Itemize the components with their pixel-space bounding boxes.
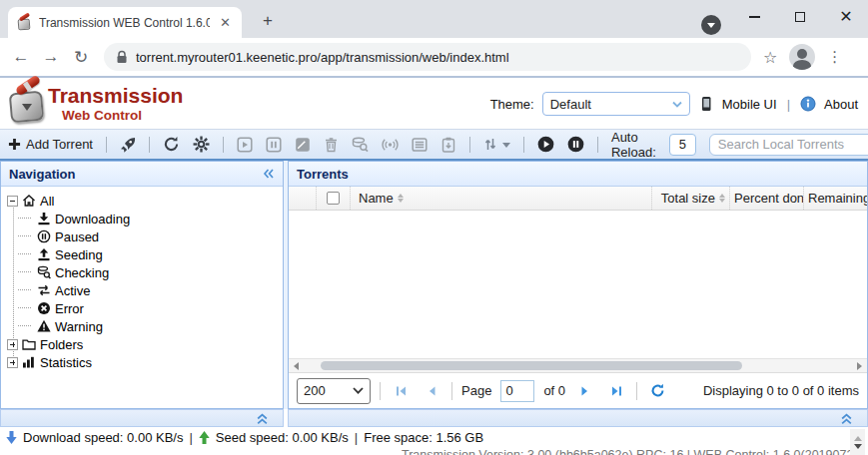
detail-button[interactable]: [412, 137, 428, 153]
expand-expander-icon[interactable]: [7, 339, 18, 350]
collapse-left-icon[interactable]: [262, 168, 275, 180]
window-maximize-button[interactable]: [785, 4, 815, 30]
rocket-button[interactable]: [120, 137, 136, 153]
page-size-select[interactable]: 200: [297, 378, 371, 404]
navigation-title: Navigation: [9, 167, 75, 182]
tree-item-label: All: [40, 194, 54, 209]
scroll-up-icon[interactable]: [854, 436, 862, 441]
arrows-exchange-icon: [37, 283, 51, 297]
remove-torrent-button[interactable]: [324, 137, 339, 153]
clipboard-import-button[interactable]: [440, 137, 456, 153]
theme-select[interactable]: Default: [542, 92, 690, 116]
torrents-title: Torrents: [297, 167, 349, 182]
percent-done-column-header[interactable]: Percent don: [730, 187, 804, 210]
page-label: Page: [461, 383, 491, 398]
recheck-torrent-button[interactable]: [352, 137, 369, 153]
collapse-expander-icon[interactable]: [7, 196, 18, 207]
warning-triangle-icon: [37, 319, 51, 333]
page-number-input[interactable]: [500, 380, 534, 402]
tree-item-downloading[interactable]: Downloading: [5, 210, 283, 228]
reload-torrents-button[interactable]: [163, 136, 180, 153]
folder-icon: [22, 337, 36, 351]
select-all-column-header: [317, 187, 351, 210]
scroll-right-icon[interactable]: [857, 362, 862, 370]
collapsed-panel-left[interactable]: [0, 409, 284, 427]
app-subtitle: Web Control: [62, 108, 142, 123]
mobile-phone-icon: [698, 96, 714, 112]
clipboard-icon: [440, 137, 456, 153]
torrents-panel-header: Torrents: [289, 162, 867, 187]
refresh-page-button[interactable]: [646, 380, 668, 402]
scroll-down-icon[interactable]: [854, 444, 862, 449]
bookmark-star-icon[interactable]: ☆: [763, 48, 777, 67]
play-square-icon: [237, 137, 253, 153]
separator: [451, 382, 452, 400]
tree-item-all[interactable]: All: [5, 192, 283, 210]
torrents-panel: Torrents Name Total size Percent don Rem…: [288, 161, 868, 409]
refresh-icon: [650, 383, 665, 398]
tree-item-statistics[interactable]: Statistics: [5, 353, 283, 371]
url-text: torrent.myrouter01.keenetic.pro/app/tran…: [136, 50, 509, 65]
prev-page-button[interactable]: [421, 380, 442, 402]
announce-button[interactable]: [382, 137, 399, 153]
pause-torrent-button[interactable]: [266, 137, 282, 153]
remaining-time-column-header[interactable]: Remaining ti: [804, 187, 867, 210]
tree-item-paused[interactable]: Paused: [5, 228, 283, 245]
tree-item-seeding[interactable]: Seeding: [5, 245, 283, 263]
status-separator: |: [189, 430, 192, 445]
select-all-checkbox[interactable]: [327, 192, 340, 205]
auto-reload-input[interactable]: [669, 134, 696, 156]
first-page-button[interactable]: [390, 380, 412, 402]
download-indicator-icon[interactable]: [701, 15, 721, 35]
name-column-header[interactable]: Name: [351, 187, 652, 210]
browser-profile-avatar[interactable]: [789, 44, 815, 70]
download-speed-icon: [6, 431, 17, 444]
navigation-panel-header: Navigation: [1, 162, 283, 187]
separator: [469, 137, 470, 153]
edit-torrent-button[interactable]: [295, 137, 311, 153]
pause-all-button[interactable]: [567, 136, 584, 153]
expand-expander-icon[interactable]: [7, 357, 18, 368]
url-bar[interactable]: torrent.myrouter01.keenetic.pro/app/tran…: [104, 43, 751, 71]
new-tab-button[interactable]: +: [256, 9, 280, 33]
add-torrent-button[interactable]: Add Torrent: [8, 137, 93, 152]
scrollbar-thumb[interactable]: [321, 361, 742, 370]
browser-forward-button[interactable]: →: [36, 47, 66, 67]
navigation-tree: All Downloading Paused Seeding Checking …: [1, 187, 283, 371]
gear-icon: [193, 136, 210, 153]
transmission-web-control-page: Transmission Web Control Theme: Default …: [0, 78, 868, 455]
free-space-text: Free space: 1.56 GB: [364, 430, 483, 445]
horizontal-scrollbar[interactable]: [289, 358, 867, 372]
home-icon: [22, 194, 36, 208]
settings-button[interactable]: [193, 136, 210, 153]
tree-item-checking[interactable]: Checking: [5, 263, 283, 281]
total-size-column-header[interactable]: Total size: [652, 187, 730, 210]
browser-tab[interactable]: Transmission WEB Control 1.6.0 ✕: [8, 7, 242, 38]
browser-menu-icon[interactable]: ⋮: [827, 48, 842, 66]
collapsed-panel-right[interactable]: [288, 409, 868, 427]
tree-item-active[interactable]: Active: [5, 281, 283, 299]
search-input[interactable]: [709, 134, 868, 156]
mobile-ui-link[interactable]: Mobile UI: [722, 97, 777, 112]
start-all-button[interactable]: [537, 136, 554, 153]
tree-item-folders[interactable]: Folders: [5, 335, 283, 353]
queue-sort-button[interactable]: [483, 137, 510, 152]
database-search-icon: [37, 265, 51, 279]
tree-item-error[interactable]: Error: [5, 299, 283, 317]
browser-reload-button[interactable]: ↻: [66, 47, 96, 68]
list-detail-icon: [412, 137, 428, 153]
window-minimize-button[interactable]: [739, 4, 769, 30]
tab-close-icon[interactable]: ✕: [217, 15, 234, 30]
last-page-button[interactable]: [605, 380, 627, 402]
tree-item-label: Active: [55, 283, 90, 298]
rocket-icon: [120, 137, 136, 153]
window-close-button[interactable]: ✕: [831, 4, 861, 30]
vertical-scrollbar[interactable]: [850, 429, 865, 455]
browser-back-button[interactable]: ←: [6, 47, 36, 67]
tree-item-warning[interactable]: Warning: [5, 317, 283, 335]
tree-item-label: Paused: [55, 229, 99, 244]
next-page-button[interactable]: [574, 380, 596, 402]
start-torrent-button[interactable]: [237, 137, 253, 153]
about-link[interactable]: About: [824, 97, 858, 112]
scroll-left-icon[interactable]: [294, 362, 299, 370]
